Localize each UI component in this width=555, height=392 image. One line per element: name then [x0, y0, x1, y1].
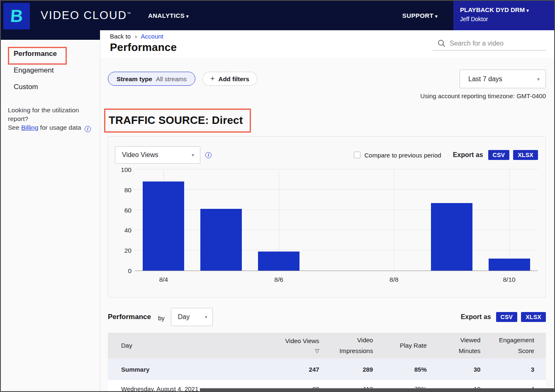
metric-info-icon[interactable]: i [205, 152, 212, 158]
bar-chart: 020406080100 [115, 170, 538, 271]
x-axis: 8/48/68/88/10 [135, 271, 538, 285]
cropped-element-bar [200, 388, 554, 391]
chart-controls: Video Views ▾ i Compare to previous peri… [115, 146, 538, 164]
sidebar: Performance Engagement Custom Looking fo… [1, 30, 100, 391]
timezone-note: Using account reporting timezone: GMT-04… [331, 92, 546, 99]
table-cell: 30 [428, 358, 482, 380]
chart-export-xlsx-button[interactable]: XLSX [513, 150, 538, 160]
brightcove-b-icon: B [10, 6, 24, 26]
y-tick-label: 0 [128, 267, 131, 275]
sidebar-item-custom[interactable]: Custom [1, 79, 100, 95]
account-switcher[interactable]: PLAYBACK DYD DRM▾ Jeff Doktor [453, 1, 554, 30]
chart-export-csv-button[interactable]: CSV [488, 150, 510, 160]
traffic-source-title: TRAFFIC SOURCE: Direct [109, 114, 243, 126]
filter-row: Stream type All streams + Add filters La… [108, 70, 546, 99]
gridline [135, 210, 538, 210]
chevron-down-icon: ▾ [186, 14, 189, 19]
utilization-note: Looking for the utilization report? See … [1, 95, 100, 132]
column-header-video: VideoImpressions [320, 333, 374, 358]
plot-area [135, 170, 538, 271]
table-export-csv-button[interactable]: CSV [496, 312, 518, 322]
metric-select[interactable]: Video Views ▾ [115, 146, 200, 164]
x-tick-label: 8/10 [503, 276, 515, 283]
by-label: by [158, 315, 165, 322]
bar-8/10[interactable] [489, 259, 530, 271]
annotation-box-traffic-source: TRAFFIC SOURCE: Direct [104, 109, 251, 133]
table-summary-row: Summary24728985%303 [108, 358, 546, 380]
gridline [135, 169, 538, 169]
stream-type-filter[interactable]: Stream type All streams [108, 72, 195, 86]
sidebar-item-engagement[interactable]: Engagement [1, 62, 100, 79]
search-icon [438, 39, 445, 47]
performance-table: DayVideo Views▽VideoImpressionsPlay Rate… [108, 333, 546, 391]
sidebar-header-strip [1, 30, 100, 40]
brightcove-logo[interactable]: B [3, 3, 30, 29]
column-header-viewed: ViewedMinutes [428, 333, 482, 358]
table-cell: 85% [374, 358, 428, 380]
column-header-day: Day [108, 333, 266, 358]
plus-icon: + [210, 75, 215, 83]
chart-panel: Video Views ▾ i Compare to previous peri… [108, 136, 546, 298]
breadcrumb-chevron-icon: › [135, 33, 137, 40]
table-header-row: DayVideo Views▽VideoImpressionsPlay Rate… [108, 333, 546, 358]
chevron-down-icon: ▾ [526, 8, 529, 13]
app-window: B VIDEO CLOUD™ ANALYTICS▾ SUPPORT▾ PLAYB… [0, 0, 555, 392]
info-icon[interactable]: i [85, 126, 91, 132]
page-header: Back to › Account Performance [100, 30, 554, 58]
video-search [433, 39, 546, 51]
bar-8/5[interactable] [200, 209, 242, 271]
breadcrumb-account-link[interactable]: Account [141, 33, 163, 40]
bar-8/4[interactable] [143, 181, 184, 271]
user-name: Jeff Doktor [460, 16, 550, 22]
table-export-xlsx-button[interactable]: XLSX [521, 312, 546, 322]
top-navbar: B VIDEO CLOUD™ ANALYTICS▾ SUPPORT▾ PLAYB… [1, 1, 554, 30]
column-header-video-views[interactable]: Video Views▽ [266, 333, 320, 358]
chevron-down-icon: ▾ [192, 152, 194, 158]
trademark: ™ [127, 12, 131, 16]
chevron-down-icon: ▾ [435, 14, 438, 19]
y-tick-label: 80 [124, 186, 131, 194]
x-tick-label: 8/6 [274, 276, 283, 283]
content: Stream type All streams + Add filters La… [100, 58, 554, 391]
main-area: Back to › Account Performance [100, 30, 554, 391]
gridline [135, 250, 538, 250]
billing-link[interactable]: Billing [21, 124, 38, 131]
y-tick-label: 20 [124, 247, 131, 254]
bar-8/6[interactable] [258, 252, 299, 271]
y-tick-label: 60 [124, 207, 131, 214]
y-tick-label: 100 [121, 166, 131, 174]
x-tick-label: 8/4 [159, 276, 168, 283]
product-name: VIDEO CLOUD™ [41, 9, 131, 22]
table-cell: 3 [481, 358, 546, 380]
search-input[interactable] [450, 40, 546, 47]
table-cell: 247 [266, 358, 320, 380]
gridline [135, 189, 538, 190]
group-by-select[interactable]: Day ▾ [171, 308, 213, 326]
compare-checkbox[interactable] [354, 152, 360, 158]
y-tick-label: 40 [124, 227, 131, 234]
column-header-play-rate: Play Rate [374, 333, 428, 358]
x-tick-label: 8/8 [389, 276, 399, 283]
table-section-title: Performance [108, 313, 151, 321]
add-filters-button[interactable]: + Add filters [202, 72, 257, 86]
date-range-select[interactable]: Last 7 days ▾ [460, 70, 546, 88]
sidebar-item-performance[interactable]: Performance [1, 46, 100, 62]
column-header-engagement: EngagementScore [481, 333, 546, 358]
nav-support-menu[interactable]: SUPPORT▾ [402, 12, 438, 19]
breadcrumb: Back to › Account [110, 33, 546, 40]
compare-label: Compare to previous period [365, 152, 441, 159]
chart-export-label: Export as [453, 151, 483, 159]
table-controls: Performance by Day ▾ Export as CSV XLSX [108, 308, 546, 326]
nav-analytics-menu[interactable]: ANALYTICS▾ [148, 12, 189, 19]
table-export-label: Export as [461, 313, 491, 321]
chevron-down-icon: ▾ [537, 76, 540, 82]
gridline [394, 170, 394, 271]
gridline [509, 170, 510, 271]
chevron-down-icon: ▾ [205, 314, 207, 320]
y-axis: 020406080100 [115, 170, 135, 271]
table-cell: Summary [108, 358, 266, 380]
bar-8/9[interactable] [431, 203, 472, 271]
table-cell: 289 [320, 358, 374, 380]
gridline [135, 230, 538, 230]
